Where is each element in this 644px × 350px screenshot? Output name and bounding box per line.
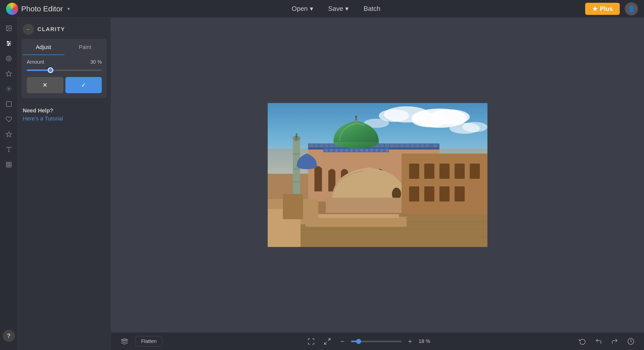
app-logo[interactable]	[6, 3, 18, 15]
open-menu-button[interactable]: Open ▾	[292, 5, 313, 13]
sidebar-item-text[interactable]	[2, 143, 15, 156]
svg-rect-73	[426, 144, 429, 147]
tutorial-link[interactable]: Here's a Tutorial	[23, 115, 63, 122]
svg-point-11	[8, 88, 10, 90]
svg-rect-52	[319, 144, 323, 147]
undo-button[interactable]	[593, 336, 604, 347]
svg-rect-70	[410, 144, 414, 147]
svg-rect-96	[326, 198, 412, 213]
svg-rect-54	[330, 144, 333, 147]
icon-sidebar: ?	[0, 18, 18, 350]
tab-paint[interactable]: Paint	[64, 40, 106, 55]
svg-rect-65	[385, 144, 389, 147]
svg-rect-45	[293, 169, 300, 170]
clarity-panel: ← CLARITY Adjust Paint Amount 30 %	[18, 18, 111, 350]
zoom-controls: − + 18 %	[338, 337, 434, 346]
svg-point-1	[7, 27, 8, 28]
svg-rect-72	[420, 144, 424, 147]
zoom-in-button[interactable]: +	[406, 337, 415, 346]
history-button[interactable]	[625, 336, 636, 347]
svg-rect-43	[296, 133, 297, 138]
layers-button[interactable]	[119, 336, 130, 347]
app-title-chevron[interactable]: ▾	[67, 6, 70, 12]
svg-rect-115	[318, 214, 399, 218]
amount-slider[interactable]	[27, 69, 102, 71]
nav-center: Open ▾ Save ▾ Batch	[87, 5, 585, 13]
save-menu-button[interactable]: Save ▾	[328, 5, 349, 13]
panel-header: ← CLARITY	[18, 18, 111, 39]
svg-rect-99	[424, 164, 434, 179]
svg-rect-24	[6, 162, 11, 167]
svg-point-8	[6, 56, 11, 61]
help-button[interactable]: ?	[3, 330, 15, 342]
photo-svg	[268, 103, 487, 247]
sidebar-item-texture[interactable]	[2, 158, 15, 171]
svg-rect-50	[309, 144, 313, 147]
confirm-button[interactable]: ✓	[65, 77, 102, 93]
rotate-button[interactable]	[577, 336, 588, 347]
svg-line-117	[324, 342, 327, 344]
svg-rect-69	[405, 144, 409, 147]
svg-rect-67	[395, 144, 399, 147]
svg-line-17	[10, 90, 11, 91]
svg-line-19	[10, 87, 11, 87]
svg-rect-71	[415, 144, 419, 147]
svg-rect-64	[380, 144, 384, 147]
help-section: Need Help? Here's a Tutorial	[18, 103, 111, 126]
svg-rect-68	[400, 144, 404, 147]
photo-frame	[268, 103, 487, 247]
svg-line-18	[7, 90, 7, 91]
zoom-slider-thumb[interactable]	[356, 339, 361, 344]
plus-button[interactable]: ★ Plus	[585, 3, 620, 15]
svg-marker-21	[6, 132, 12, 137]
sidebar-item-effects[interactable]	[2, 52, 15, 65]
batch-button[interactable]: Batch	[364, 5, 381, 13]
zoom-percent: 18 %	[419, 338, 434, 344]
tab-row: Adjust Paint	[23, 40, 106, 55]
amount-value: 30 %	[90, 59, 102, 65]
svg-marker-10	[6, 71, 12, 76]
app-title: Photo Editor	[21, 5, 63, 13]
canvas-inner	[111, 18, 644, 350]
slider-label-row: Amount 30 %	[27, 59, 102, 65]
svg-rect-44	[293, 154, 300, 155]
svg-rect-106	[455, 186, 465, 202]
redo-button[interactable]	[609, 336, 620, 347]
svg-rect-66	[390, 144, 394, 147]
plus-star-icon: ★	[592, 5, 598, 12]
zoom-slider-track	[351, 341, 402, 342]
sidebar-item-favorites[interactable]	[2, 67, 15, 80]
sidebar-item-sticker[interactable]	[2, 128, 15, 141]
topnav: Photo Editor ▾ Open ▾ Save ▾ Batch ★ Plu…	[0, 0, 644, 18]
sidebar-item-crop[interactable]	[2, 97, 15, 111]
svg-rect-113	[283, 194, 303, 219]
tab-adjust[interactable]: Adjust	[23, 40, 64, 55]
svg-rect-46	[293, 181, 300, 182]
bottom-bar: Flatten −	[111, 332, 644, 350]
clarity-card: Adjust Paint Amount 30 % ✕	[22, 39, 107, 98]
back-button[interactable]: ←	[23, 24, 34, 35]
sidebar-item-retouch[interactable]	[2, 82, 15, 95]
sidebar-item-adjust[interactable]	[2, 37, 15, 50]
cancel-button[interactable]: ✕	[27, 77, 63, 93]
amount-label: Amount	[27, 59, 44, 65]
svg-rect-98	[409, 164, 419, 179]
action-row: ✕ ✓	[23, 77, 106, 93]
svg-rect-103	[409, 186, 419, 202]
logo-area: Photo Editor ▾	[6, 3, 87, 15]
flatten-button[interactable]: Flatten	[135, 336, 162, 346]
svg-rect-53	[325, 144, 328, 147]
svg-line-116	[328, 338, 330, 341]
panel-title: CLARITY	[37, 26, 65, 33]
svg-point-5	[7, 41, 8, 42]
user-avatar[interactable]: 👤	[625, 2, 638, 15]
svg-rect-40	[293, 138, 300, 202]
sidebar-item-gallery[interactable]	[2, 22, 15, 35]
svg-rect-114	[306, 217, 407, 227]
fit-frame-button[interactable]	[306, 336, 317, 347]
sidebar-item-heart[interactable]	[2, 113, 15, 126]
svg-rect-102	[470, 164, 480, 179]
zoom-out-button[interactable]: −	[338, 337, 347, 346]
fullscreen-button[interactable]	[322, 336, 333, 347]
nav-right: ★ Plus 👤	[585, 2, 638, 15]
